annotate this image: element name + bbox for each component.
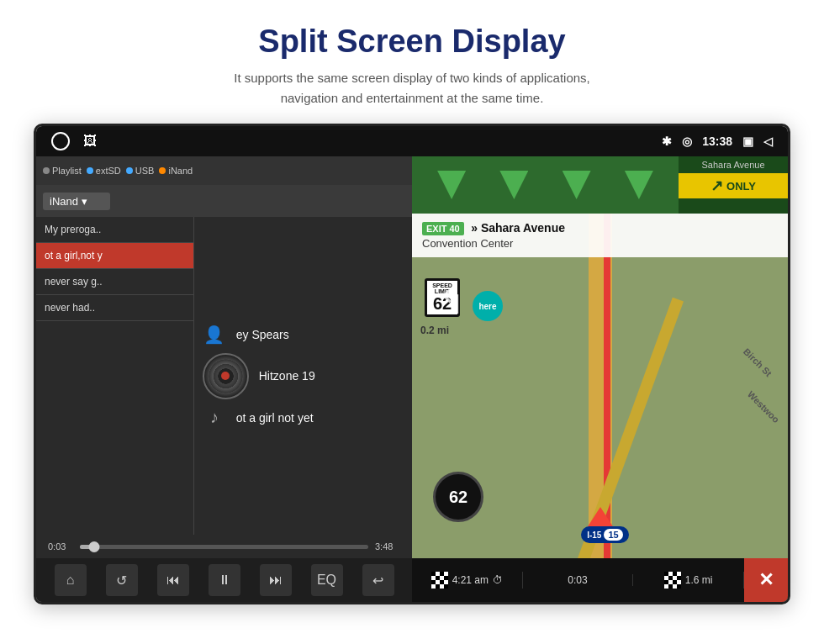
current-time: 0:03 (48, 541, 73, 552)
exit-badge: EXIT 40 (422, 222, 464, 235)
artist-name: ey Spears (236, 328, 289, 341)
person-icon: 👤 (203, 323, 226, 346)
status-bar-left: 🖼 (51, 132, 97, 150)
tab-extsd-label: extSD (96, 166, 121, 176)
page-header: Split Screen Display It supports the sam… (0, 0, 824, 124)
list-item[interactable]: never say g.. (36, 269, 193, 295)
only-label: ONLY (726, 180, 756, 193)
clock: 13:38 (702, 135, 732, 148)
current-speed: 62 (433, 472, 483, 522)
nav-arrows (412, 156, 679, 214)
tab-usb-label: USB (135, 166, 155, 176)
tab-usb[interactable]: USB (126, 166, 155, 176)
tab-dot-extsd (87, 167, 93, 174)
now-playing: 👤 ey Spears Hitzone 19 ♪ ot a girl not y… (194, 217, 412, 535)
pause-button[interactable]: ⏸ (209, 564, 240, 596)
nav-arrow-2 (499, 171, 528, 199)
home-icon: ⌂ (66, 573, 75, 588)
interstate-shield: 15 (604, 529, 622, 541)
nav-close-button[interactable]: ✕ (744, 558, 788, 602)
pause-icon: ⏸ (218, 573, 231, 588)
exit-venue: Convention Center (422, 237, 513, 250)
close-icon: ✕ (758, 569, 774, 591)
playlist-area: My preroga.. ot a girl,not y never say g… (36, 217, 412, 535)
nav-banner-right: Sahara Avenue ↗ ONLY (679, 156, 788, 214)
exit-street: » (471, 221, 481, 235)
distance-item: 1.6 mi (633, 572, 744, 589)
progress-bar[interactable] (80, 545, 368, 549)
bluetooth-icon: ✱ (662, 135, 672, 148)
back-button[interactable]: ↩ (362, 564, 394, 596)
home-button[interactable]: ⌂ (55, 564, 87, 596)
eq-button[interactable]: EQ (311, 564, 343, 596)
list-item[interactable]: ot a girl,not y (36, 243, 193, 269)
tab-playlist[interactable]: Playlist (43, 166, 82, 176)
nav-arrow-1 (437, 171, 466, 199)
music-note-icon: ♪ (203, 406, 226, 430)
nav-panel: Birch St Westwoo Sahara Avenue ↗ ONLY (412, 156, 788, 602)
exit-info-bar: EXIT 40 » Sahara Avenue Convention Cente… (412, 214, 788, 257)
source-dropdown-label: iNand (50, 195, 78, 208)
list-item[interactable]: My preroga.. (36, 217, 193, 243)
source-dropdown[interactable]: iNand ▾ (43, 193, 110, 210)
progress-area: 0:03 3:48 (36, 535, 412, 558)
status-bar-right: ✱ ◎ 13:38 ▣ ◁ (662, 135, 773, 148)
vinyl-disc (203, 353, 249, 399)
street-name-top: Sahara Avenue (679, 156, 788, 173)
chevron-down-icon: ▾ (82, 195, 87, 208)
page-subtitle: It supports the same screen display of t… (67, 68, 757, 108)
album-row: Hitzone 19 (203, 353, 404, 399)
eta-item: 4:21 am ⏱ (412, 572, 523, 589)
tab-extsd[interactable]: extSD (87, 166, 121, 176)
distance-to-turn: 0.2 mi (420, 325, 449, 336)
list-item[interactable]: never had.. (36, 295, 193, 321)
track-row: ♪ ot a girl not yet (203, 406, 404, 430)
source-dropdown-row: iNand ▾ (36, 185, 412, 217)
clock-icon: ⏱ (493, 574, 503, 586)
album-name: Hitzone 19 (259, 369, 315, 383)
prev-icon: ⏮ (166, 573, 180, 588)
tab-dot-usb (126, 167, 133, 174)
nav-bottom-bar: 4:21 am ⏱ 0:03 1.6 mi ✕ (412, 558, 788, 602)
prev-button[interactable]: ⏮ (157, 564, 189, 596)
next-icon: ⏭ (269, 573, 283, 588)
progress-thumb[interactable] (89, 541, 100, 552)
speed-value: 62 (449, 488, 467, 507)
main-area: Playlist extSD USB iNand iNand (36, 156, 788, 602)
elapsed-value: 0:03 (568, 574, 587, 586)
nav-arrow-4 (625, 171, 653, 199)
only-badge: ↗ ONLY (679, 173, 788, 198)
tab-inand[interactable]: iNand (159, 166, 193, 176)
repeat-button[interactable]: ↺ (106, 564, 138, 596)
interstate-badge: I-15 15 (581, 526, 628, 543)
repeat-icon: ↺ (116, 573, 127, 589)
turn-indicator: ↰ (437, 282, 466, 321)
interstate-label: I-15 (587, 531, 601, 540)
eq-label: EQ (317, 573, 336, 588)
tab-dot-playlist (43, 167, 50, 174)
only-arrow-icon: ↗ (710, 177, 723, 195)
device-frame: 🖼 ✱ ◎ 13:38 ▣ ◁ Playlist extSD (34, 124, 790, 604)
circle-icon (51, 132, 70, 150)
back-icon: ↩ (372, 573, 383, 589)
tab-inand-label: iNand (168, 166, 193, 176)
checkered-flag-icon (431, 572, 448, 589)
nav-arrow-3 (563, 171, 591, 199)
status-bar: 🖼 ✱ ◎ 13:38 ▣ ◁ (36, 126, 788, 156)
back-icon: ◁ (763, 135, 773, 148)
checkered-flag-icon-2 (664, 572, 681, 589)
tab-dot-inand (159, 167, 166, 174)
page-title: Split Screen Display (67, 24, 757, 60)
nav-banner: Sahara Avenue ↗ ONLY (412, 156, 788, 214)
total-time: 3:48 (375, 541, 400, 552)
track-name: ot a girl not yet (236, 411, 314, 425)
next-button[interactable]: ⏭ (260, 564, 292, 596)
controls-bar: ⌂ ↺ ⏮ ⏸ ⏭ EQ ↩ (36, 558, 412, 602)
route-distance: 1.6 mi (685, 574, 713, 586)
location-icon: ◎ (682, 135, 692, 148)
tab-playlist-label: Playlist (52, 166, 82, 176)
image-icon: 🖼 (83, 134, 97, 149)
exit-street-name: Sahara Avenue (481, 221, 565, 235)
eta-value: 4:21 am (452, 574, 489, 586)
artist-row: 👤 ey Spears (203, 323, 404, 346)
